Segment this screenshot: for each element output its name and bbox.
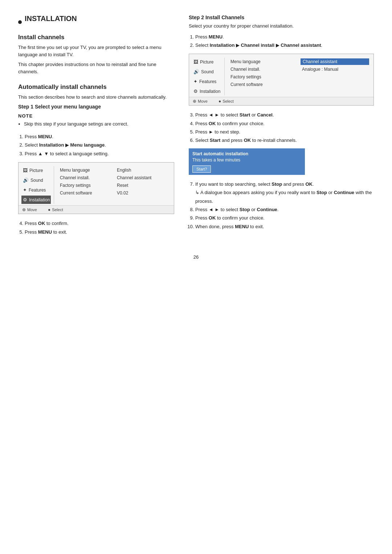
sidebar-label-sound-2: Sound bbox=[201, 69, 214, 74]
menu-value-version: V0.02 bbox=[115, 190, 170, 196]
menu-col-labels-2: Menu language Channel install. Factory s… bbox=[228, 58, 299, 95]
step2-item3: Press ◄ ► to select Start or Cancel. bbox=[195, 111, 374, 119]
step2-after-list: Press ◄ ► to select Start or Cancel. Pre… bbox=[195, 111, 374, 145]
install-channels-para1: The first time you set up your TV, you a… bbox=[18, 44, 174, 58]
footer-select-1: ● Select bbox=[48, 207, 63, 212]
menu-item-current-sw-2: Current software bbox=[229, 81, 298, 88]
menu-item-channel-install: Channel install. bbox=[58, 175, 113, 181]
start-button[interactable]: Start? bbox=[192, 165, 211, 173]
sidebar-label-features-2: Features bbox=[199, 79, 216, 84]
sidebar-item-features-1: ✦ Features bbox=[21, 186, 51, 194]
menu-col-labels-1: Menu language Channel install. Factory s… bbox=[57, 166, 114, 204]
step1-item5: Press MENU to exit. bbox=[25, 228, 174, 236]
channel-install-bold: Channel install bbox=[241, 42, 274, 48]
step1-after-list: Press OK to confirm. Press MENU to exit. bbox=[25, 219, 174, 236]
ok-bold1: OK bbox=[38, 221, 45, 226]
start-bold1: Start bbox=[240, 112, 250, 118]
menu-bold-r2: MENU bbox=[235, 224, 249, 229]
channel-assistant-bold: Channel assistant bbox=[281, 42, 321, 48]
step2-item10: When done, press MENU to exit. bbox=[195, 222, 374, 231]
auto-install-title: Automatically install channels bbox=[18, 83, 174, 91]
tv-menu-footer-2: ⊕ Move ● Select bbox=[189, 97, 373, 105]
tv-menu-2: 🖼 Picture 🔊 Sound ✦ Features ⚙ Installat… bbox=[189, 54, 374, 106]
step2-item9: Press OK to confirm your choice. bbox=[195, 214, 374, 222]
install-channels-para2: This chapter provides instructions on ho… bbox=[18, 61, 174, 75]
ok-bold-r3: OK bbox=[306, 181, 313, 187]
sound-icon-1: 🔊 bbox=[23, 177, 29, 183]
menu-value-channel-assistant: Channel assistant bbox=[115, 175, 170, 181]
step2-item8: Press ◄ ► to select Stop or Continue. bbox=[195, 205, 374, 214]
tv-sidebar-1: 🖼 Picture 🔊 Sound ✦ Features ⚙ Installat… bbox=[21, 166, 54, 204]
sidebar-item-installation-2: ⚙ Installation bbox=[192, 87, 221, 95]
menu-value-reset: Reset bbox=[115, 182, 170, 189]
sidebar-item-features-2: ✦ Features bbox=[192, 77, 221, 86]
installation-bold-r: Installation bbox=[210, 42, 235, 48]
installation-icon-1: ⚙ bbox=[23, 197, 27, 202]
menu-item-factory-2: Factory settings bbox=[229, 74, 298, 80]
sidebar-label-sound-1: Sound bbox=[30, 178, 43, 183]
footer-select-2: ● Select bbox=[219, 99, 234, 104]
stop-bold2: Stop bbox=[317, 190, 327, 195]
footer-move-label-1: Move bbox=[27, 208, 37, 212]
menu-bold-r1: MENU bbox=[209, 34, 222, 40]
sidebar-label-installation-1: Installation bbox=[29, 197, 50, 202]
step1-item1: Press MENU. bbox=[25, 132, 174, 141]
menu-value-channel-assistant-2: Channel assistant bbox=[301, 58, 369, 65]
step2-para: Select your country for proper channel i… bbox=[189, 22, 374, 30]
tv-menu-footer-1: ⊕ Move ● Select bbox=[19, 205, 174, 214]
footer-move-label-2: Move bbox=[198, 99, 208, 103]
step1-item2: Select Installation ▶ Menu language. bbox=[25, 141, 174, 149]
menu-value-english: English bbox=[115, 167, 170, 173]
install-box-line1: Start automatic installation bbox=[192, 151, 301, 156]
install-box: Start automatic installation This takes … bbox=[189, 148, 305, 175]
menu-item-channel-install-2: Channel install. bbox=[229, 66, 298, 73]
sidebar-item-picture-2: 🖼 Picture bbox=[192, 58, 221, 66]
sidebar-label-picture-1: Picture bbox=[29, 168, 43, 173]
sidebar-label-installation-2: Installation bbox=[200, 89, 220, 94]
step1-title: Step 1 Select your menu language bbox=[18, 104, 174, 110]
step2-item4: Press OK to confirm your choice. bbox=[195, 119, 374, 128]
footer-move-2: ⊕ Move bbox=[193, 99, 208, 104]
step2-item6: Select Start and press OK to re-install … bbox=[195, 136, 374, 144]
stop-bold1: Stop bbox=[271, 181, 282, 187]
note-list: Skip this step if your language setings … bbox=[24, 120, 174, 128]
footer-move-1: ⊕ Move bbox=[22, 207, 37, 212]
installation-bold1: Installation bbox=[39, 142, 64, 148]
sidebar-item-picture-1: 🖼 Picture bbox=[21, 166, 51, 175]
tv-sidebar-2: 🖼 Picture 🔊 Sound ✦ Features ⚙ Installat… bbox=[192, 58, 225, 95]
footer-select-label-2: Select bbox=[222, 99, 234, 103]
move-icon-1: ⊕ bbox=[22, 207, 26, 212]
menu-item-menu-lang-2: Menu language bbox=[229, 58, 298, 65]
move-icon-2: ⊕ bbox=[193, 99, 196, 104]
select-icon-2: ● bbox=[219, 99, 221, 104]
step2-item1: Press MENU. bbox=[195, 33, 374, 41]
main-title-wrapper: INSTALLATION bbox=[18, 15, 174, 29]
menu-item-factory: Factory settings bbox=[58, 182, 113, 189]
main-title: INSTALLATION bbox=[25, 15, 77, 23]
picture-icon-2: 🖼 bbox=[193, 59, 198, 65]
features-icon-1: ✦ bbox=[23, 187, 27, 193]
install-channels-title: Install channels bbox=[18, 34, 174, 41]
step2-final-list: If you want to stop searching, select St… bbox=[195, 180, 374, 231]
sidebar-item-sound-2: 🔊 Sound bbox=[192, 67, 221, 76]
stop-bold3: Stop bbox=[240, 207, 250, 212]
step2-item5: Press ► to next step. bbox=[195, 128, 374, 136]
note-box: NOTE Skip this step if your language set… bbox=[18, 113, 174, 128]
picture-icon-1: 🖼 bbox=[23, 168, 28, 173]
step2-item2: Select Installation ▶ Channel install ▶ … bbox=[195, 41, 374, 49]
ok-bold-r4: OK bbox=[209, 215, 216, 221]
sidebar-item-sound-1: 🔊 Sound bbox=[21, 176, 51, 184]
menu-col-values-1: English Channel assistant Reset V0.02 bbox=[114, 166, 171, 204]
page-number: 26 bbox=[18, 254, 374, 260]
install-box-line2: This takes a few minutes bbox=[192, 157, 301, 163]
ok-bold-r1: OK bbox=[209, 121, 216, 126]
sidebar-label-features-1: Features bbox=[29, 188, 46, 193]
step2-item7-sub: ↳ A dialogue box appears asking you if y… bbox=[195, 190, 372, 204]
step2-list: Press MENU. Select Installation ▶ Channe… bbox=[195, 33, 374, 50]
sidebar-label-picture-2: Picture bbox=[200, 59, 213, 65]
menu-bold1: MENU bbox=[38, 134, 52, 139]
step2-title: Step 2 Install Channels bbox=[189, 15, 374, 20]
ok-bold-r2: OK bbox=[244, 138, 251, 143]
auto-install-para: This section describes how to search and… bbox=[18, 94, 174, 101]
step1-list: Press MENU. Select Installation ▶ Menu l… bbox=[25, 132, 174, 158]
